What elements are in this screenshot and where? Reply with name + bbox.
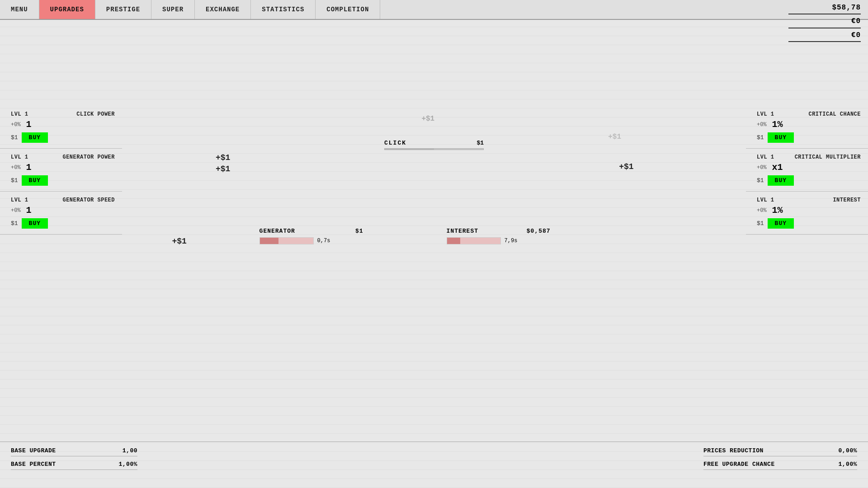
stat-base-upgrade: BASE UPGRADE 1,00 (11, 447, 137, 456)
float-dollar-top2: +$1 (216, 164, 230, 174)
float-dollar-left: +$1 (172, 237, 186, 246)
critical-multiplier-price: $1 (757, 177, 764, 184)
upgrade-card-generator-power: LVL 1 GENERATOR POWER +0% 1 $1 BUY (0, 149, 122, 192)
generator-speed-buy-button[interactable]: BUY (22, 218, 48, 229)
critical-multiplier-buy-button[interactable]: BUY (768, 175, 794, 186)
generator-speed-name: GENERATOR SPEED (62, 197, 115, 203)
critical-chance-value: 1% (772, 119, 783, 130)
critical-multiplier-level: LVL 1 (757, 154, 774, 160)
generator-power-percent: +0% (11, 164, 21, 171)
interest-section: INTEREST $0,587 7,9s (447, 228, 551, 244)
center-area: +$1 +$1 +$1 +$1 +$1 CLICK $1 +$1 GENERAT… (122, 20, 746, 488)
generator-section: GENERATOR $1 0,7s (259, 228, 363, 244)
critical-multiplier-percent: +0% (757, 164, 767, 171)
bottom-stats: BASE UPGRADE 1,00 BASE PERCENT 1,00% PRI… (0, 441, 868, 470)
click-progress-fill (385, 149, 434, 150)
base-percent-label: BASE PERCENT (11, 461, 56, 468)
click-button-area: CLICK $1 (384, 140, 484, 150)
nav-super[interactable]: SUPER (151, 0, 195, 19)
generator-power-value: 1 (26, 162, 32, 173)
nav-upgrades[interactable]: UPGRADES (39, 0, 95, 19)
currency-display: $58,78 €0 €0 (781, 0, 868, 47)
stat-free-upgrade-chance: FREE UPGRADE CHANCE 1,00% (703, 461, 857, 470)
nav-menu[interactable]: MENU (0, 0, 39, 19)
interest-upgrade-level: LVL 1 (757, 197, 774, 203)
euro-balance-2: €0 (788, 30, 861, 42)
generator-power-buy-button[interactable]: BUY (22, 175, 48, 186)
float-dollar-faded: +$1 (608, 133, 621, 141)
critical-multiplier-value: x1 (772, 162, 783, 173)
generator-speed-level: LVL 1 (11, 197, 28, 203)
click-power-percent: +0% (11, 122, 21, 128)
generator-price: $1 (355, 228, 363, 235)
interest-progress-fill (447, 238, 461, 244)
right-upgrade-panel: LVL 1 CRITICAL CHANCE +0% 1% $1 BUY LVL … (746, 20, 868, 235)
interest-upgrade-value: 1% (772, 205, 783, 216)
generator-power-price: $1 (11, 177, 18, 184)
click-power-price: $1 (11, 134, 18, 141)
float-dollar-top1: +$1 (216, 153, 230, 162)
click-power-value: 1 (26, 119, 32, 130)
interest-label: INTEREST (447, 228, 478, 235)
euro-balance-1: €0 (788, 16, 861, 28)
generator-progress-fill (260, 238, 278, 244)
interest-time: 7,9s (505, 238, 518, 244)
base-percent-value: 1,00% (118, 461, 137, 468)
critical-chance-price: $1 (757, 134, 764, 141)
nav-completion[interactable]: COMPLETION (316, 0, 380, 19)
click-label: CLICK (384, 140, 406, 146)
click-progress-bar (384, 148, 484, 150)
generator-time: 0,7s (317, 238, 330, 244)
click-power-name: CLICK POWER (76, 111, 115, 117)
nav-prestige[interactable]: PRESTIGE (95, 0, 151, 19)
nav-bar: MENU UPGRADES PRESTIGE SUPER EXCHANGE ST… (0, 0, 868, 20)
nav-statistics[interactable]: STATISTICS (251, 0, 316, 19)
critical-chance-level: LVL 1 (757, 111, 774, 117)
dollar-balance: $58,78 (788, 3, 861, 14)
generator-label: GENERATOR (259, 228, 295, 235)
interest-upgrade-percent: +0% (757, 207, 767, 214)
critical-chance-percent: +0% (757, 122, 767, 128)
float-top-faded: +$1 (421, 115, 434, 123)
free-upgrade-chance-value: 1,00% (838, 461, 857, 468)
bottom-stats-right: PRICES REDUCTION 0,00% FREE UPGRADE CHAN… (703, 447, 857, 470)
upgrade-card-critical-chance: LVL 1 CRITICAL CHANCE +0% 1% $1 BUY (746, 106, 868, 149)
click-price: $1 (476, 140, 484, 146)
prices-reduction-label: PRICES REDUCTION (703, 447, 764, 454)
interest-upgrade-buy-button[interactable]: BUY (768, 218, 794, 229)
main-content: LVL 1 CLICK POWER +0% 1 $1 BUY LVL 1 GEN… (0, 20, 868, 488)
base-upgrade-label: BASE UPGRADE (11, 447, 56, 454)
generator-speed-percent: +0% (11, 207, 21, 214)
float-dollar-gen: +$1 (619, 162, 633, 171)
upgrade-card-generator-speed: LVL 1 GENERATOR SPEED +0% 1 $1 BUY (0, 192, 122, 235)
generator-power-name: GENERATOR POWER (62, 154, 115, 160)
generator-progress-bar (259, 237, 314, 244)
free-upgrade-chance-label: FREE UPGRADE CHANCE (703, 461, 775, 468)
upgrade-card-critical-multiplier: LVL 1 CRITICAL MULTIPLIER +0% x1 $1 BUY (746, 149, 868, 192)
critical-chance-buy-button[interactable]: BUY (768, 132, 794, 143)
interest-progress-bar (447, 237, 501, 244)
critical-multiplier-name: CRITICAL MULTIPLIER (795, 154, 861, 160)
upgrade-card-click-power: LVL 1 CLICK POWER +0% 1 $1 BUY (0, 106, 122, 149)
generator-speed-price: $1 (11, 220, 18, 227)
upgrade-card-interest: LVL 1 INTEREST +0% 1% $1 BUY (746, 192, 868, 235)
generator-power-level: LVL 1 (11, 154, 28, 160)
stat-base-percent: BASE PERCENT 1,00% (11, 461, 137, 470)
generator-speed-value: 1 (26, 205, 32, 216)
nav-exchange[interactable]: EXCHANGE (195, 0, 251, 19)
click-power-level: LVL 1 (11, 111, 28, 117)
stat-prices-reduction: PRICES REDUCTION 0,00% (703, 447, 857, 456)
left-upgrade-panel: LVL 1 CLICK POWER +0% 1 $1 BUY LVL 1 GEN… (0, 20, 122, 235)
click-power-buy-button[interactable]: BUY (22, 132, 48, 143)
base-upgrade-value: 1,00 (123, 447, 137, 454)
prices-reduction-value: 0,00% (838, 447, 857, 454)
interest-upgrade-price: $1 (757, 220, 764, 227)
interest-price: $0,587 (527, 228, 551, 235)
critical-chance-name: CRITICAL CHANCE (808, 111, 861, 117)
interest-upgrade-name: INTEREST (833, 197, 861, 203)
bottom-stats-left: BASE UPGRADE 1,00 BASE PERCENT 1,00% (11, 447, 137, 470)
